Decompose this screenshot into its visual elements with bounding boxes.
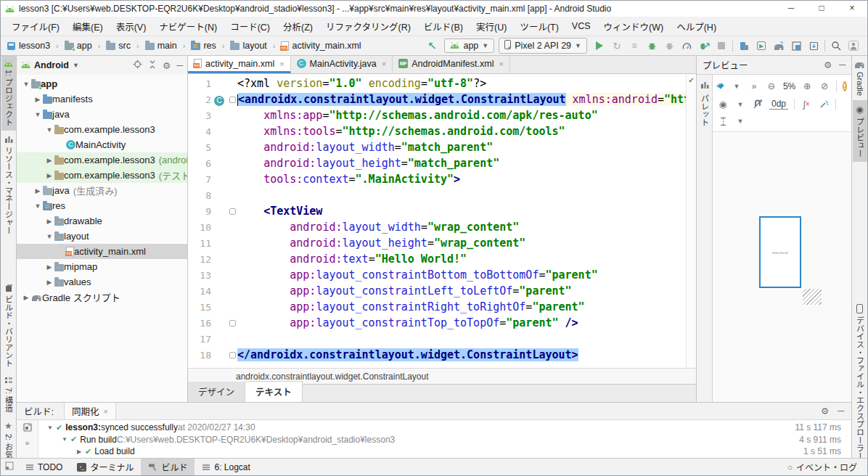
- right-stripe-tab[interactable]: デバイス・ファイル・エクスプローラー: [853, 300, 867, 458]
- menu-item[interactable]: ビルド(B): [417, 17, 470, 36]
- menu-item[interactable]: VCS: [565, 18, 597, 34]
- profile-icon[interactable]: [846, 38, 861, 53]
- tree-expand-icon[interactable]: ▼: [21, 81, 31, 88]
- palette-tab[interactable]: パレット: [697, 75, 713, 402]
- chevron-down-icon[interactable]: ▼: [734, 101, 746, 108]
- hide-panel-icon[interactable]: ─: [176, 60, 183, 70]
- code-line[interactable]: 17: [188, 331, 686, 347]
- statusbar-item-[interactable]: ビルド: [141, 459, 195, 475]
- left-stripe-tab[interactable]: 1: プロジェクト: [1, 56, 16, 131]
- menu-item[interactable]: ナビゲート(N): [152, 17, 224, 36]
- inspection-ok-icon[interactable]: ✔: [687, 74, 696, 86]
- debug-icon[interactable]: [644, 38, 660, 53]
- tree-expand-icon[interactable]: ▶: [44, 157, 54, 164]
- code-line[interactable]: 9 <TextView: [188, 203, 686, 219]
- breadcrumb-item[interactable]: <>activity_main.xml: [281, 41, 361, 51]
- profiler-icon[interactable]: [679, 38, 695, 53]
- fold-marker-icon[interactable]: [227, 348, 237, 361]
- search-everywhere-icon[interactable]: [828, 38, 844, 53]
- tree-expand-icon[interactable]: ▶: [33, 187, 43, 194]
- tree-row[interactable]: CMainActivity: [17, 137, 187, 152]
- device-preview-frame[interactable]: Hello World!: [759, 216, 801, 288]
- run-config-dropdown[interactable]: app ▼: [444, 38, 494, 53]
- tree-expand-icon[interactable]: ▶: [44, 279, 54, 286]
- close-tab-icon[interactable]: ×: [382, 60, 386, 68]
- tree-expand-icon[interactable]: ▼: [44, 126, 54, 134]
- design-tab[interactable]: デザイン: [188, 382, 245, 402]
- close-tab-icon[interactable]: ×: [279, 60, 284, 68]
- tree-row[interactable]: ▶drawable: [17, 213, 187, 229]
- tree-expand-icon[interactable]: ▼: [33, 202, 43, 210]
- code-line[interactable]: 14 app:layout_constraintLeft_toLeftOf="p…: [188, 283, 686, 299]
- editor-tab[interactable]: MFAndroidManifest.xml×: [393, 56, 510, 73]
- tree-row[interactable]: ▶com.example.lesson3(テスト): [17, 168, 187, 183]
- tree-row[interactable]: ▶values: [17, 274, 187, 290]
- close-tab-icon[interactable]: ×: [499, 60, 503, 68]
- tree-row[interactable]: ▼com.example.lesson3: [17, 122, 187, 137]
- code-line[interactable]: 12 android:text="Hello World!": [188, 251, 686, 267]
- sync-tab[interactable]: 同期化 ×: [64, 403, 116, 419]
- apply-changes-restart-icon[interactable]: ↻: [609, 38, 625, 53]
- tree-expand-icon[interactable]: ▶: [44, 218, 54, 225]
- left-stripe-tab[interactable]: リソース・マネージャー: [1, 131, 16, 239]
- view-options-eye-icon[interactable]: ◉: [717, 99, 729, 110]
- menu-item[interactable]: 実行(U): [470, 17, 513, 36]
- tree-row[interactable]: ▶mipmap: [17, 259, 187, 274]
- breadcrumb-item[interactable]: app: [65, 41, 92, 51]
- tree-expand-icon[interactable]: ▶: [21, 294, 31, 301]
- preview-canvas[interactable]: Hello World!: [713, 132, 851, 402]
- collapse-all-icon[interactable]: [148, 60, 157, 71]
- device-manager-icon[interactable]: [736, 38, 752, 53]
- left-stripe-tab[interactable]: 7: 構造: [1, 372, 16, 416]
- code-line[interactable]: 1<?xml version="1.0" encoding="utf-8"?>: [188, 75, 686, 91]
- more-chevrons-icon[interactable]: »: [25, 438, 29, 447]
- layout-inspector-icon[interactable]: [788, 38, 804, 53]
- right-stripe-tab[interactable]: Gradle: [853, 56, 867, 100]
- menu-item[interactable]: 編集(E): [66, 17, 110, 36]
- stop-icon[interactable]: [713, 38, 729, 53]
- breadcrumb-item[interactable]: src: [106, 41, 131, 51]
- run-icon[interactable]: [591, 38, 607, 53]
- clear-constraints-icon[interactable]: ∫×: [801, 99, 812, 110]
- code-editor[interactable]: 1<?xml version="1.0" encoding="utf-8"?>2…: [188, 74, 696, 368]
- guideline-icon[interactable]: [717, 117, 729, 126]
- tree-expand-icon[interactable]: ▼: [44, 233, 54, 240]
- menu-item[interactable]: コード(C): [224, 17, 277, 36]
- attach-debugger-icon[interactable]: [661, 38, 677, 53]
- zoom-fit-icon[interactable]: ⊘: [819, 81, 830, 91]
- event-log[interactable]: ○ イベント・ログ: [787, 461, 867, 473]
- menu-item[interactable]: ツール(T): [513, 17, 565, 36]
- code-line[interactable]: 10 android:layout_width="wrap_content": [188, 219, 686, 235]
- text-tab[interactable]: テキスト: [245, 381, 303, 402]
- zoom-out-icon[interactable]: ⊖: [766, 81, 777, 91]
- settings-gear-icon[interactable]: ⚙: [824, 60, 832, 70]
- tree-row[interactable]: ▼java: [17, 107, 187, 122]
- close-button[interactable]: ×: [837, 1, 867, 17]
- more-chevrons-icon[interactable]: »: [748, 81, 760, 91]
- hide-panel-icon[interactable]: ─: [838, 406, 844, 416]
- code-line[interactable]: 13 app:layout_constraintBottom_toBottomO…: [188, 267, 686, 283]
- tree-expand-icon[interactable]: ▼: [60, 436, 69, 443]
- tree-row[interactable]: ▶manifests: [17, 91, 187, 107]
- code-line[interactable]: 11 android:layout_height="wrap_content": [188, 235, 686, 251]
- sdk-manager-icon[interactable]: [806, 38, 822, 53]
- code-line[interactable]: 8: [188, 187, 686, 203]
- breadcrumb-item[interactable]: lesson3: [7, 41, 50, 51]
- tool-window-switcher-icon[interactable]: [1, 461, 18, 472]
- menu-item[interactable]: 表示(V): [110, 17, 153, 36]
- resize-handle[interactable]: [803, 289, 822, 305]
- code-line[interactable]: 5 android:layout_width="match_parent": [188, 139, 686, 155]
- back-arrow-icon[interactable]: ↖: [424, 38, 440, 53]
- tree-row[interactable]: ▼layout: [17, 229, 187, 244]
- tree-row[interactable]: ▶Gradle スクリプト: [17, 290, 187, 305]
- chevron-down-icon[interactable]: ▼: [73, 62, 79, 69]
- tree-row[interactable]: ▶java(生成済み): [17, 183, 187, 198]
- tree-expand-icon[interactable]: ▼: [46, 424, 54, 431]
- zoom-in-icon[interactable]: ⊕: [801, 81, 813, 91]
- code-line[interactable]: 2C<androidx.constraintlayout.widget.Cons…: [188, 91, 686, 107]
- tree-expand-icon[interactable]: ▶: [44, 172, 54, 179]
- build-tree-row[interactable]: ▼✔Run build C:¥Users¥web.DESKTOP-EQR2U6K…: [38, 434, 851, 446]
- code-line[interactable]: 4 xmlns:tools="http://schemas.android.co…: [188, 123, 686, 139]
- build-tree-row[interactable]: ▼✔lesson3: synced successfully at 2020/0…: [38, 422, 851, 434]
- run-with-coverage-icon[interactable]: [696, 38, 712, 53]
